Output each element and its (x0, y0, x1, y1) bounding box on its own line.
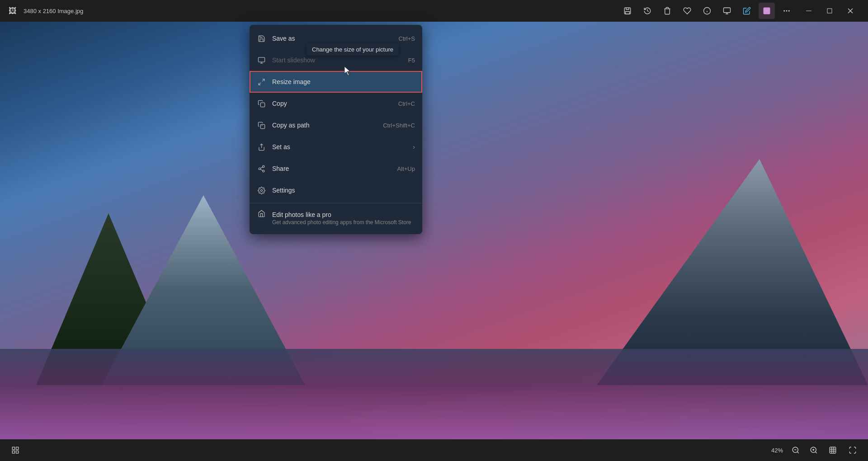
svg-rect-26 (16, 451, 19, 453)
save-as-label: Save as (272, 35, 399, 42)
resize-tooltip: Change the size of your picture (307, 43, 399, 56)
more-tool-button[interactable] (778, 3, 795, 19)
resize-icon (257, 77, 266, 86)
set-as-label: Set as (272, 143, 411, 151)
menu-item-edit-photos[interactable]: Edit photos like a pro Get advanced phot… (250, 205, 422, 231)
toolbar (619, 3, 795, 19)
settings-icon (257, 186, 266, 195)
share-label: Share (272, 165, 397, 172)
menu-item-copy-as-path[interactable]: Copy as path Ctrl+Shift+C (250, 114, 422, 136)
image-area (0, 22, 868, 439)
edit-photos-label: Edit photos like a pro (272, 211, 411, 218)
svg-line-12 (262, 79, 264, 81)
svg-point-5 (786, 10, 788, 12)
svg-rect-3 (764, 8, 770, 14)
photo-background (0, 22, 868, 439)
svg-rect-8 (827, 9, 832, 13)
share-icon (257, 164, 266, 173)
svg-point-19 (262, 170, 264, 172)
minimize-button[interactable] (798, 4, 819, 18)
set-as-icon (257, 142, 266, 151)
slideshow-shortcut: F5 (408, 57, 415, 64)
svg-point-18 (259, 168, 260, 169)
copy-label: Copy (272, 100, 398, 107)
tooltip-text: Change the size of your picture (312, 46, 393, 53)
svg-point-17 (262, 165, 264, 167)
svg-rect-25 (12, 451, 14, 453)
copy-icon (257, 99, 266, 108)
svg-rect-2 (724, 8, 731, 13)
edit-tool-button[interactable] (739, 3, 755, 19)
bottombar: 42% (0, 439, 868, 461)
svg-rect-15 (260, 124, 264, 128)
zoom-level-label: 42% (771, 447, 783, 454)
svg-line-28 (797, 452, 798, 453)
titlebar: 🖼 3480 x 2160 Image.jpg (0, 0, 868, 22)
svg-point-6 (788, 10, 790, 12)
menu-item-set-as[interactable]: Set as › (250, 136, 422, 158)
svg-line-31 (815, 452, 816, 453)
svg-line-21 (260, 167, 263, 168)
info-tool-button[interactable] (699, 3, 715, 19)
svg-line-13 (259, 82, 261, 85)
settings-label: Settings (272, 187, 415, 194)
history-tool-button[interactable] (639, 3, 656, 19)
window-title: 3480 x 2160 Image.jpg (24, 8, 619, 14)
svg-rect-23 (12, 447, 14, 449)
collection-button[interactable] (7, 442, 24, 458)
copy-as-path-label: Copy as path (272, 122, 383, 129)
slideshow-icon (257, 56, 266, 65)
fullscreen-button[interactable] (844, 442, 861, 458)
start-slideshow-label: Start slideshow (272, 56, 408, 64)
water-reflection (0, 349, 868, 439)
menu-item-share[interactable]: Share Alt+Up (250, 158, 422, 179)
svg-rect-24 (16, 447, 19, 449)
delete-tool-button[interactable] (659, 3, 675, 19)
svg-rect-7 (806, 11, 811, 11)
svg-point-22 (260, 189, 262, 191)
save-as-icon (257, 34, 266, 43)
store-icon (257, 209, 266, 218)
svg-line-20 (260, 169, 263, 170)
close-button[interactable] (840, 4, 861, 18)
bottom-right: 42% (771, 442, 861, 458)
context-menu: Save as Ctrl+S Start slideshow F5 Resize… (250, 25, 422, 234)
menu-item-resize-image[interactable]: Resize image (250, 71, 422, 93)
svg-point-4 (783, 10, 785, 12)
fit-view-button[interactable] (825, 442, 841, 458)
svg-rect-11 (258, 57, 264, 62)
present-tool-button[interactable] (719, 3, 735, 19)
save-as-shortcut: Ctrl+S (399, 35, 415, 42)
zoom-out-button[interactable] (788, 443, 803, 457)
accent-tool-button[interactable] (759, 3, 775, 19)
save-tool-button[interactable] (619, 3, 636, 19)
window-controls (798, 4, 861, 18)
menu-divider (250, 203, 422, 203)
favorite-tool-button[interactable] (679, 3, 695, 19)
menu-item-copy[interactable]: Copy Ctrl+C (250, 93, 422, 114)
edit-photos-content: Edit photos like a pro Get advanced phot… (272, 211, 411, 226)
set-as-arrow-icon: › (413, 143, 415, 151)
bottom-left (7, 442, 24, 458)
copy-path-icon (257, 121, 266, 130)
copy-as-path-shortcut: Ctrl+Shift+C (383, 122, 415, 129)
edit-photos-sublabel: Get advanced photo editing apps from the… (272, 219, 411, 226)
share-shortcut: Alt+Up (397, 165, 415, 172)
menu-item-settings[interactable]: Settings (250, 179, 422, 201)
zoom-in-button[interactable] (807, 443, 821, 457)
app-icon: 🖼 (7, 5, 18, 16)
copy-shortcut: Ctrl+C (398, 100, 415, 107)
maximize-button[interactable] (819, 4, 840, 18)
resize-image-label: Resize image (272, 78, 415, 85)
svg-rect-14 (260, 103, 264, 107)
svg-rect-34 (830, 447, 836, 453)
